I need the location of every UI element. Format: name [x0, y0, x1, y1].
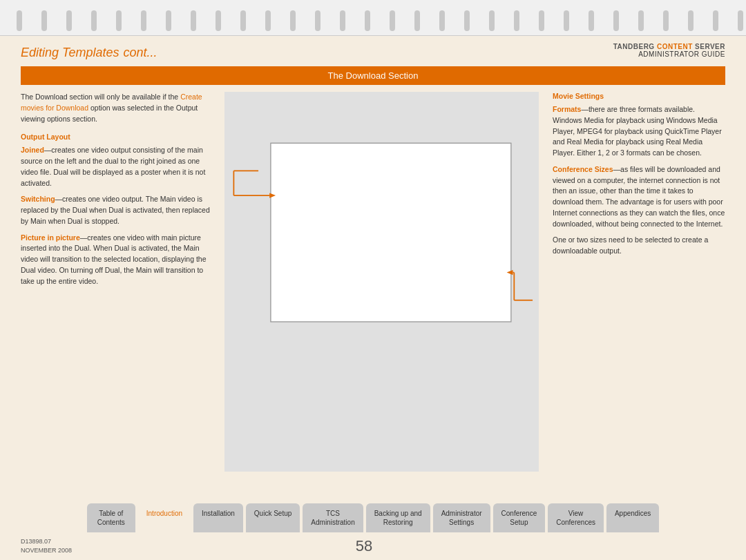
binder-ring [439, 10, 445, 31]
switching-term: Switching [21, 195, 55, 203]
svg-rect-0 [271, 143, 511, 322]
binder-ring [340, 10, 345, 31]
brand-guide: ADMINISTRATOR GUIDE [613, 50, 725, 58]
left-column: The Download section will only be availa… [21, 92, 211, 472]
output-layout-heading: Output Layout [21, 133, 211, 141]
binder-ring [141, 10, 146, 31]
binder-ring [464, 10, 470, 31]
binder-ring [116, 10, 122, 31]
footer-page-number: 58 [356, 537, 372, 555]
intro-paragraph: The Download section will only be availa… [21, 92, 211, 124]
binder-ring [738, 10, 743, 31]
joined-term: Joined [21, 146, 44, 154]
tab-quick-setup[interactable]: Quick Setup [246, 503, 300, 532]
joined-text: —creates one video output consisting of … [21, 146, 205, 186]
binder-ring [91, 10, 97, 31]
title-subtitle: cont... [124, 46, 157, 59]
brand-name: TANDBERG CONTENT SERVER [613, 43, 725, 50]
switching-paragraph: Switching—creates one video output. The … [21, 194, 211, 226]
binder-ring [613, 10, 619, 31]
binder-ring [66, 10, 72, 31]
extra-text: One or two sizes need to be selected to … [553, 235, 725, 257]
binder-ring [365, 10, 370, 31]
create-movies-link[interactable]: Create movies for Download [21, 93, 202, 112]
binder-ring [166, 10, 171, 31]
conference-sizes-term: Conference Sizes [553, 165, 613, 173]
page-footer: D13898.07 NOVEMBER 2008 58 [0, 532, 746, 560]
binder-ring [17, 10, 22, 31]
binder-ring [191, 10, 196, 31]
binder-ring [713, 10, 718, 31]
binder-ring [489, 10, 495, 31]
joined-paragraph: Joined—creates one video output consisti… [21, 145, 211, 189]
tab-administrator-settings[interactable]: AdministratorSettings [433, 503, 490, 532]
section-bar: The Download Section [21, 66, 725, 85]
binder-ring [638, 10, 644, 31]
conference-sizes-paragraph: Conference Sizes—as files will be downlo… [553, 164, 725, 230]
brand-logo: TANDBERG CONTENT SERVER ADMINISTRATOR GU… [613, 43, 725, 58]
binder-ring [688, 10, 694, 31]
footer-doc-id: D13898.07 [21, 537, 72, 547]
binder-ring [290, 10, 296, 31]
section-bar-label: The Download Section [328, 70, 419, 81]
binder-ring [216, 10, 221, 31]
binder-ring [514, 10, 519, 31]
binder-ring [265, 10, 271, 31]
binder-ring [315, 10, 321, 31]
title-text: Editing Templates [21, 46, 119, 59]
tab-tcs-administration[interactable]: TCSAdministration [303, 503, 363, 532]
tab-introduction[interactable]: Introduction [138, 503, 191, 532]
binder-ring [539, 10, 544, 31]
formats-term: Formats [553, 105, 581, 113]
binder-ring [41, 10, 47, 31]
conference-sizes-text: —as files will be downloaded and viewed … [553, 165, 725, 228]
movie-settings-heading: Movie Settings [553, 92, 725, 100]
formats-paragraph: Formats—there are three formats availabl… [553, 104, 725, 159]
pip-term: Picture in picture [21, 233, 80, 242]
tab-installation[interactable]: Installation [193, 503, 243, 532]
diagram-svg [224, 92, 539, 472]
tab-appendices[interactable]: Appendices [606, 503, 659, 532]
tab-backing-up[interactable]: Backing up andRestoring [366, 503, 430, 532]
binder-ring [589, 10, 594, 31]
binder-ring [564, 10, 569, 31]
tab-view-conferences[interactable]: ViewConferences [548, 503, 604, 532]
pip-paragraph: Picture in picture—creates one video wit… [21, 233, 211, 287]
diagram-area [224, 92, 539, 472]
binder-ring [240, 10, 246, 31]
binder-ring [414, 10, 420, 31]
binder-ring [390, 10, 395, 31]
main-content: The Download section will only be availa… [0, 85, 746, 472]
bottom-navigation: Table ofContents Introduction Installati… [0, 503, 746, 532]
footer-doc-info: D13898.07 NOVEMBER 2008 [21, 537, 72, 556]
footer-date: NOVEMBER 2008 [21, 546, 72, 556]
binder-top [0, 0, 746, 36]
right-column: Movie Settings Formats—there are three f… [553, 92, 725, 472]
tab-table-of-contents[interactable]: Table ofContents [87, 503, 135, 532]
page-title: Editing Templates cont... [21, 43, 157, 61]
output-layout-section: Output Layout Joined—creates one video o… [21, 133, 211, 287]
page-header: Editing Templates cont... TANDBERG CONTE… [0, 36, 746, 66]
binder-ring [663, 10, 669, 31]
tab-conference-setup[interactable]: ConferenceSetup [493, 503, 546, 532]
